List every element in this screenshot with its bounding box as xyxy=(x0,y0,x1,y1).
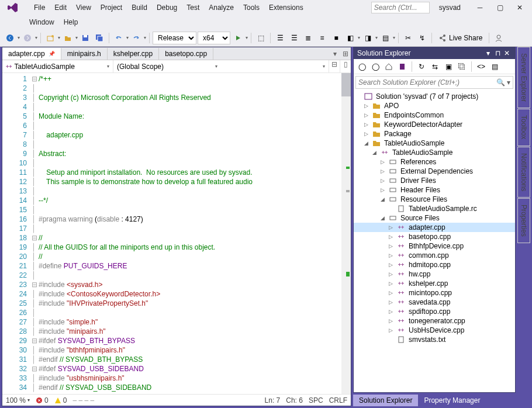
live-share-button[interactable]: Live Share xyxy=(435,34,486,42)
tab-overflow-icon[interactable]: ▾ xyxy=(330,50,340,58)
member-scope-select[interactable]: ▾ xyxy=(221,60,329,72)
warning-count[interactable]: 0 xyxy=(54,396,67,404)
platform-select[interactable]: x64 xyxy=(198,32,230,44)
class-scope-select[interactable]: ++ TabletAudioSample ▾ xyxy=(2,60,113,72)
tree-node-solution--sysvad---7-of-7-projects-[interactable]: Solution 'sysvad' (7 of 7 projects) xyxy=(354,92,515,101)
side-tab-properties[interactable]: Properties xyxy=(517,198,530,243)
side-tab-toolbox[interactable]: Toolbox xyxy=(517,109,530,146)
tree-node-smvstats-txt[interactable]: smvstats.txt xyxy=(354,335,515,344)
file-tab-adapter-cpp[interactable]: adapter.cpp📌 xyxy=(2,48,61,60)
maximize-button[interactable]: ▢ xyxy=(490,1,510,14)
tree-node-kshelper-cpp[interactable]: ▷++kshelper.cpp xyxy=(354,279,515,288)
side-tab-server-explorer[interactable]: Server Explorer xyxy=(517,47,530,108)
redo-button[interactable] xyxy=(130,32,143,44)
file-tab-kshelper-cpp[interactable]: kshelper.cpp xyxy=(108,48,159,60)
config-select[interactable]: Release xyxy=(153,32,196,44)
nav-back-button[interactable] xyxy=(4,32,16,44)
tree-node-adapter-cpp[interactable]: ▷++adapter.cpp xyxy=(354,223,515,232)
tree-node-apo[interactable]: ▷APO xyxy=(354,101,515,110)
se-view-icon[interactable]: ▤ xyxy=(489,61,500,72)
code-editor[interactable]: /*++ Copyright (c) Microsoft Corporation… xyxy=(39,73,341,394)
tree-node-usbhsdevice-cpp[interactable]: ▷++UsbHsDevice.cpp xyxy=(354,326,515,335)
menu-analyze[interactable]: Analyze xyxy=(204,2,239,13)
se-home-icon[interactable] xyxy=(383,61,395,72)
tree-node-references[interactable]: ▷References xyxy=(354,157,515,167)
undo-button[interactable] xyxy=(112,32,125,44)
tree-node-tabletaudiosample-rc[interactable]: TabletAudioSample.rc xyxy=(354,204,515,213)
tree-node-tabletaudiosample[interactable]: ◢TabletAudioSample xyxy=(354,139,515,148)
panel-close-icon[interactable]: ✕ xyxy=(502,49,512,57)
tree-node-bthhfpdevice-cpp[interactable]: ▷++BthhfpDevice.cpp xyxy=(354,241,515,251)
nav-fwd-button[interactable] xyxy=(21,32,34,44)
tree-node-external-dependencies[interactable]: ▷External Dependencies xyxy=(354,167,515,176)
tb-icon-7[interactable]: ◧ xyxy=(344,32,357,44)
tree-node-header-files[interactable]: ▷Header Files xyxy=(354,185,515,195)
tb-icon-5[interactable]: ≡ xyxy=(316,32,329,44)
split-vert-icon[interactable]: ▯ xyxy=(340,60,351,72)
menu-extensions[interactable]: Extensions xyxy=(264,2,308,13)
se-showall-icon[interactable]: ▣ xyxy=(443,61,454,72)
menu-file[interactable]: File xyxy=(29,2,50,13)
save-button[interactable] xyxy=(79,32,92,44)
error-count[interactable]: 0 xyxy=(36,396,49,404)
tb-icon-9[interactable]: ▤ xyxy=(379,32,392,44)
panel-menu-icon[interactable]: ▾ xyxy=(483,49,493,57)
title-search-input[interactable] xyxy=(371,2,430,13)
tree-node-resource-files[interactable]: ◢Resource Files xyxy=(354,195,515,204)
split-horiz-icon[interactable]: ⊟ xyxy=(329,60,340,72)
tree-node-basetopo-cpp[interactable]: ▷++basetopo.cpp xyxy=(354,232,515,241)
tree-node-package[interactable]: ▷Package xyxy=(354,129,515,139)
menu-edit[interactable]: Edit xyxy=(50,2,71,13)
menu-help[interactable]: Help xyxy=(59,17,83,27)
tree-node-hw-cpp[interactable]: ▷++hw.cpp xyxy=(354,269,515,279)
se-back-icon[interactable]: ◯ xyxy=(356,61,368,72)
line-ending[interactable]: CRLF xyxy=(329,396,347,404)
bottom-tab-solution-explorer[interactable]: Solution Explorer xyxy=(353,395,418,406)
tb-icon-2[interactable]: ☰ xyxy=(274,32,286,44)
tree-node-tonegenerator-cpp[interactable]: ▷++tonegenerator.cpp xyxy=(354,316,515,326)
file-tab-basetopo-cpp[interactable]: basetopo.cpp xyxy=(159,48,213,60)
menu-build[interactable]: Build xyxy=(127,2,152,13)
se-code-icon[interactable]: <> xyxy=(475,61,487,72)
vertical-scrollbar[interactable] xyxy=(341,73,351,394)
tb-icon-10[interactable]: ✂ xyxy=(402,32,414,44)
global-scope-select[interactable]: (Global Scope) ▾ xyxy=(113,60,221,72)
side-tab-notifications[interactable]: Notifications xyxy=(517,147,530,198)
solution-search-input[interactable] xyxy=(358,78,496,87)
solution-tree[interactable]: Solution 'sysvad' (7 of 7 projects)▷APO▷… xyxy=(354,91,515,392)
bottom-tab-property-manager[interactable]: Property Manager xyxy=(418,395,486,406)
account-button[interactable] xyxy=(492,32,505,44)
se-collapse-icon[interactable]: ⇆ xyxy=(429,61,441,72)
tb-icon-8[interactable]: ◨ xyxy=(361,32,374,44)
indent-mode[interactable]: SPC xyxy=(309,396,323,404)
tree-node-common-cpp[interactable]: ▷++common.cpp xyxy=(354,251,515,260)
menu-test[interactable]: Test xyxy=(182,2,204,13)
se-copy-icon[interactable]: ⿻ xyxy=(456,61,468,72)
file-tab-minipairs-h[interactable]: minipairs.h xyxy=(61,48,108,60)
pin-icon[interactable]: 📌 xyxy=(49,51,55,57)
start-debug-button[interactable] xyxy=(232,32,244,44)
tree-node-driver-files[interactable]: ▷Driver Files xyxy=(354,176,515,185)
tree-node-hdmitopo-cpp[interactable]: ▷++hdmitopo.cpp xyxy=(354,260,515,269)
se-sync-icon[interactable] xyxy=(396,61,408,72)
tree-node-source-files[interactable]: ◢Source Files xyxy=(354,213,515,223)
menu-debug[interactable]: Debug xyxy=(152,2,182,13)
se-fwd-icon[interactable]: ◯ xyxy=(369,61,381,72)
close-button[interactable]: ✕ xyxy=(510,1,530,14)
tb-icon-4[interactable]: ≣ xyxy=(302,32,315,44)
menu-window[interactable]: Window xyxy=(25,17,59,27)
save-all-button[interactable] xyxy=(93,32,106,44)
menu-project[interactable]: Project xyxy=(96,2,127,13)
tb-icon-11[interactable]: ↯ xyxy=(416,32,429,44)
tab-add-icon[interactable]: ⊞ xyxy=(340,50,351,58)
se-refresh-icon[interactable]: ↻ xyxy=(416,61,427,72)
tree-node-endpointscommon[interactable]: ▷EndpointsCommon xyxy=(354,110,515,120)
fold-column[interactable]: ⊟││││││││││││││││⊟││││⊟│││││⊟││⊟││ xyxy=(32,73,39,394)
tree-node-spdiftopo-cpp[interactable]: ▷++spdiftopo.cpp xyxy=(354,307,515,316)
minimize-button[interactable]: ─ xyxy=(470,1,490,14)
menu-tools[interactable]: Tools xyxy=(239,2,264,13)
search-submit-icon[interactable]: 🔍 ▾ xyxy=(496,78,510,87)
tree-node-tabletaudiosample[interactable]: ◢++TabletAudioSample xyxy=(354,148,515,157)
tb-icon-3[interactable]: ☰ xyxy=(288,32,300,44)
tree-node-micintopo-cpp[interactable]: ▷++micintopo.cpp xyxy=(354,288,515,298)
